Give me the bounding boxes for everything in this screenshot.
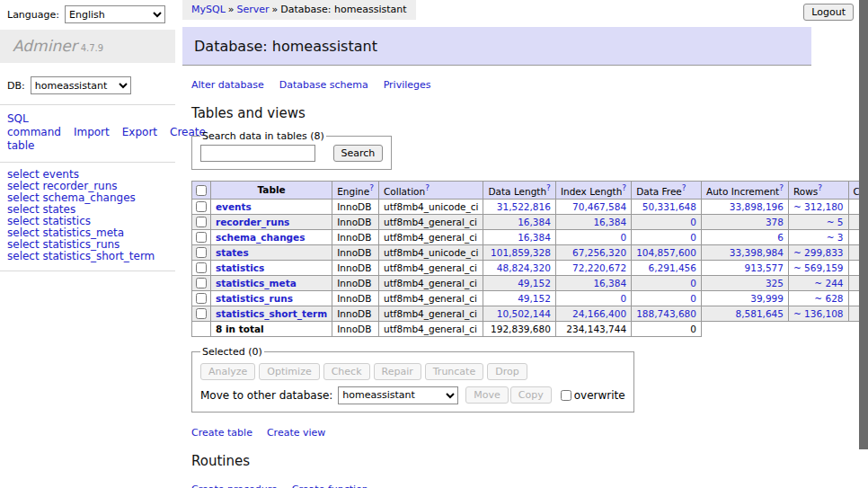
table-name-link-states[interactable]: states [216, 247, 249, 258]
cell-data-free: 50,331,648 [632, 199, 702, 214]
row-checkbox[interactable] [196, 232, 207, 243]
link-alter-database[interactable]: Alter database [191, 79, 264, 91]
table-link-states[interactable]: states [42, 203, 75, 216]
help-link[interactable]: ? [682, 183, 686, 192]
help-link[interactable]: ? [425, 183, 430, 192]
select-link-recorder-runs[interactable]: select [7, 180, 40, 192]
sidebar-link-import[interactable]: Import [74, 126, 110, 138]
row-checkbox-cell [192, 199, 211, 214]
select-link-schema-changes[interactable]: select [7, 191, 40, 204]
cell-collation: utf8mb4_general_ci [379, 260, 483, 275]
column-header-rows: Rows? [788, 182, 848, 200]
link-create-table[interactable]: Create table [191, 427, 252, 439]
breadcrumb-server-link[interactable]: Server [237, 4, 270, 15]
help-link[interactable]: ? [779, 183, 784, 192]
repair-button[interactable]: Repair [374, 363, 421, 380]
scrollbar-track [859, 0, 868, 488]
select-link-statistics[interactable]: select [7, 215, 40, 227]
total-data-free: 0 [632, 321, 702, 336]
cell-rows: ~ 569,159 [788, 260, 848, 275]
table-name-link-statistics-runs[interactable]: statistics_runs [216, 293, 293, 304]
row-checkbox[interactable] [196, 278, 207, 288]
sidebar-action-links: SQL commandImportExportCreate table [0, 105, 175, 162]
search-button[interactable]: Search [333, 145, 384, 162]
copy-button[interactable]: Copy [510, 386, 552, 404]
breadcrumb-mysql-link[interactable]: MySQL [191, 4, 226, 15]
row-checkbox[interactable] [196, 262, 207, 273]
language-select[interactable]: English [65, 5, 165, 23]
row-checkbox[interactable] [196, 293, 207, 304]
row-checkbox[interactable] [196, 217, 207, 227]
app-version: 4.7.9 [81, 43, 103, 53]
cell-data-free: 0 [632, 290, 702, 306]
table-row: statistics_runsInnoDButf8mb4_general_ci4… [192, 290, 868, 306]
sidebar-link-sql-command[interactable]: SQL command [7, 112, 61, 138]
cell-data-free: 0 [632, 275, 702, 290]
sidebar-link-export[interactable]: Export [122, 126, 157, 138]
table-link-statistics-runs[interactable]: statistics_runs [42, 238, 120, 251]
scrollbar-thumb[interactable] [859, 0, 868, 449]
total-row: 8 in totalInnoDButf8mb4_general_ci192,83… [192, 321, 868, 336]
table-link-statistics-meta[interactable]: statistics_meta [42, 226, 124, 239]
link-create-view[interactable]: Create view [267, 427, 325, 439]
select-link-events[interactable]: select [7, 168, 40, 181]
link-database-schema[interactable]: Database schema [279, 79, 368, 91]
select-link-statistics-meta[interactable]: select [7, 226, 40, 239]
cell-data-length: 16,384 [483, 229, 555, 244]
select-link-statistics-runs[interactable]: select [7, 238, 40, 251]
table-link-events[interactable]: events [42, 168, 78, 181]
table-name-link-events[interactable]: events [216, 201, 252, 212]
search-input[interactable] [200, 145, 315, 162]
link-privileges[interactable]: Privileges [384, 79, 431, 91]
row-checkbox-cell [192, 260, 211, 275]
drop-button[interactable]: Drop [487, 363, 527, 380]
routine-create-links: Create procedureCreate function [191, 484, 854, 488]
row-checkbox-cell [192, 244, 211, 260]
row-checkbox[interactable] [196, 201, 207, 212]
help-link[interactable]: ? [546, 183, 551, 192]
row-checkbox[interactable] [196, 247, 207, 258]
table-name-link-statistics[interactable]: statistics [216, 262, 264, 273]
table-name-link-statistics-short-term[interactable]: statistics_short_term [216, 308, 327, 319]
help-link[interactable]: ? [622, 183, 626, 192]
search-legend: Search data in tables (8) [200, 130, 326, 142]
selected-buttons-row: AnalyzeOptimizeCheckRepairTruncateDrop [200, 363, 625, 380]
overwrite-wrap: overwrite [561, 389, 625, 402]
table-link-statistics[interactable]: statistics [42, 215, 91, 227]
move-button[interactable]: Move [465, 386, 509, 404]
optimize-button[interactable]: Optimize [259, 363, 319, 380]
main-content: MySQL»Server»Database: homeassistant Log… [182, 0, 854, 488]
logout-button[interactable]: Logout [803, 4, 854, 21]
truncate-button[interactable]: Truncate [425, 363, 483, 380]
cell-name: statistics_short_term [211, 306, 332, 321]
table-name-link-schema-changes[interactable]: schema_changes [216, 232, 306, 243]
help-link[interactable]: ? [369, 183, 374, 192]
db-select[interactable]: homeassistant [31, 76, 131, 94]
table-name-link-statistics-meta[interactable]: statistics_meta [216, 278, 297, 288]
table-row: statesInnoDButf8mb4_unicode_ci101,859,32… [192, 244, 868, 260]
link-create-procedure[interactable]: Create procedure [191, 484, 278, 488]
cell-rows: ~ 628 [788, 290, 848, 306]
row-checkbox-cell [192, 306, 211, 321]
cell-data-length: 16,384 [483, 214, 555, 229]
link-create-function[interactable]: Create function [292, 484, 368, 488]
move-db-select[interactable]: homeassistant [338, 386, 458, 404]
select-all-checkbox[interactable] [196, 185, 207, 196]
analyze-button[interactable]: Analyze [200, 363, 255, 380]
db-label: DB: [7, 80, 25, 92]
row-checkbox-cell [192, 275, 211, 290]
routines-heading: Routines [191, 453, 854, 469]
move-row: Move to other database: homeassistant Mo… [200, 386, 625, 404]
table-link-statistics-short-term[interactable]: statistics_short_term [42, 250, 155, 262]
help-link[interactable]: ? [818, 183, 822, 192]
row-checkbox[interactable] [196, 308, 207, 319]
table-link-recorder-runs[interactable]: recorder_runs [42, 180, 117, 192]
check-button[interactable]: Check [323, 363, 370, 380]
table-link-schema-changes[interactable]: schema_changes [42, 191, 135, 204]
table-name-link-recorder-runs[interactable]: recorder_runs [216, 217, 289, 227]
select-link-states[interactable]: select [7, 203, 40, 216]
select-link-statistics-short-term[interactable]: select [7, 250, 40, 262]
cell-auto-increment: 325 [701, 275, 788, 290]
cell-index-length: 0 [555, 290, 631, 306]
overwrite-checkbox[interactable] [561, 390, 571, 401]
